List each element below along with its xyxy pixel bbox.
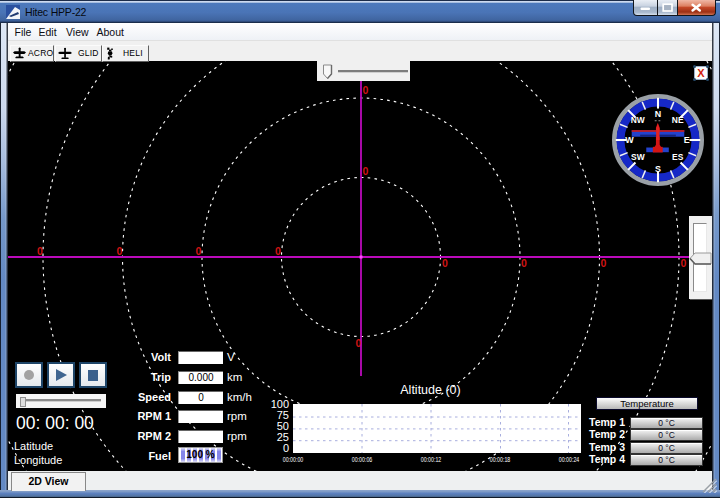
svg-text:ES: ES xyxy=(672,152,684,162)
svg-text:0: 0 xyxy=(356,337,362,349)
svg-text:0: 0 xyxy=(196,245,202,257)
svg-text:0: 0 xyxy=(521,257,527,269)
svg-text:0: 0 xyxy=(275,245,281,257)
svg-text:0: 0 xyxy=(442,257,448,269)
svg-text:0: 0 xyxy=(363,165,369,177)
svg-text:SW: SW xyxy=(631,152,645,162)
svg-text:E: E xyxy=(683,135,689,145)
svg-text:W: W xyxy=(625,135,634,145)
svg-text:0: 0 xyxy=(37,245,43,257)
svg-text:0: 0 xyxy=(601,257,607,269)
svg-text:S: S xyxy=(655,163,661,173)
svg-text:NW: NW xyxy=(630,115,644,125)
svg-text:0: 0 xyxy=(363,84,369,96)
svg-text:0: 0 xyxy=(681,257,687,269)
svg-text:NE: NE xyxy=(671,115,683,125)
svg-text:0: 0 xyxy=(117,245,123,257)
svg-text:N: N xyxy=(654,109,660,119)
